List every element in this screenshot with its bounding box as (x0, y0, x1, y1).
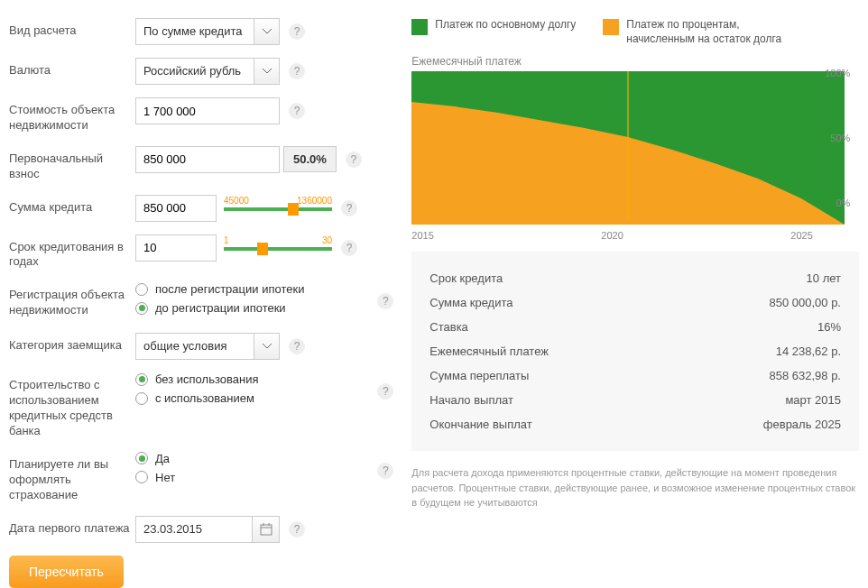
chart-title: Ежемесячный платеж (411, 55, 859, 68)
result-amount-label: Сумма кредита (429, 296, 512, 309)
result-rate-label: Ставка (429, 320, 468, 334)
legend-interest: Платеж по процентам, начисленным на оста… (626, 18, 807, 46)
insurance-no-radio[interactable]: Нет (135, 471, 368, 484)
slider-handle[interactable] (288, 203, 299, 216)
chart-legend: Платеж по основному долгу Платеж по проц… (411, 18, 859, 46)
footnote-text: Для расчета дохода применяются процентны… (411, 465, 859, 510)
svg-rect-6 (623, 218, 633, 225)
help-icon[interactable]: ? (341, 240, 357, 256)
term-slider[interactable] (224, 247, 332, 251)
result-rate-value: 16% (817, 320, 841, 334)
help-icon[interactable]: ? (377, 293, 393, 309)
result-overpay-value: 858 632,98 р. (769, 369, 841, 382)
registration-after-radio[interactable]: после регистрации ипотеки (135, 282, 368, 296)
currency-label: Валюта (9, 58, 135, 78)
calc-type-select[interactable]: По сумме кредита (135, 18, 280, 45)
registration-before-radio[interactable]: до регистрации ипотеки (135, 301, 368, 315)
payment-chart: 100% 50% 0% 2015 2020 2025 (411, 71, 845, 225)
chevron-down-icon (254, 59, 279, 84)
result-end-value: февраль 2025 (763, 418, 841, 431)
loan-amount-input[interactable] (135, 195, 217, 222)
legend-principal: Платеж по основному долгу (435, 18, 576, 32)
result-monthly-label: Ежемесячный платеж (429, 345, 549, 358)
insurance-label: Планируете ли вы оформлять страхование (9, 452, 135, 503)
result-overpay-label: Сумма переплаты (429, 369, 529, 382)
first-payment-date-label: Дата первого платежа (9, 516, 135, 537)
down-payment-pct: 50.0% (283, 146, 337, 172)
property-cost-label: Стоимость объекта недвижимости (9, 97, 135, 133)
chevron-down-icon (254, 19, 279, 44)
svg-rect-0 (261, 525, 272, 535)
first-payment-date-input[interactable]: 23.03.2015 (135, 516, 280, 543)
help-icon[interactable]: ? (346, 152, 362, 168)
calc-type-label: Вид расчета (9, 18, 135, 39)
down-payment-input[interactable] (135, 146, 280, 173)
help-icon[interactable]: ? (289, 63, 305, 79)
result-term-label: Срок кредита (429, 271, 503, 285)
help-icon[interactable]: ? (289, 521, 305, 537)
property-cost-input[interactable] (135, 97, 280, 124)
term-input[interactable] (135, 234, 217, 262)
registration-label: Регистрация объекта недвижимости (9, 282, 135, 318)
result-amount-value: 850 000,00 р. (769, 296, 841, 309)
help-icon[interactable]: ? (377, 463, 393, 479)
down-payment-label: Первоначальный взнос (9, 146, 135, 182)
result-start-value: март 2015 (785, 393, 841, 407)
construction-with-radio[interactable]: с использованием (135, 391, 368, 405)
results-panel: Срок кредита10 лет Сумма кредита850 000,… (411, 252, 859, 451)
chevron-down-icon (254, 334, 279, 359)
slider-handle[interactable] (257, 243, 268, 255)
help-icon[interactable]: ? (289, 103, 305, 119)
category-select[interactable]: общие условия (135, 333, 280, 360)
construction-without-radio[interactable]: без использования (135, 372, 368, 386)
result-end-label: Окончание выплат (429, 418, 531, 431)
insurance-yes-radio[interactable]: Да (135, 452, 368, 465)
loan-amount-slider[interactable] (224, 207, 332, 211)
help-icon[interactable]: ? (289, 338, 305, 354)
help-icon[interactable]: ? (377, 383, 393, 400)
term-label: Срок кредитования в годах (9, 234, 135, 271)
loan-form: Вид расчета По сумме кредита ? Валюта Ро… (9, 18, 393, 588)
category-label: Категория заемщика (9, 333, 135, 354)
legend-swatch-principal (411, 19, 428, 35)
recalculate-button[interactable]: Пересчитать (9, 556, 124, 588)
legend-swatch-interest (603, 19, 619, 35)
construction-label: Строительство с использованием кредитных… (9, 372, 135, 439)
result-monthly-value: 14 238,62 р. (776, 345, 841, 358)
loan-amount-label: Сумма кредита (9, 195, 135, 216)
currency-select[interactable]: Российский рубль (135, 58, 280, 85)
help-icon[interactable]: ? (289, 23, 305, 40)
result-start-label: Начало выплат (429, 393, 513, 407)
calendar-icon[interactable] (252, 517, 279, 542)
help-icon[interactable]: ? (341, 200, 357, 216)
result-term-value: 10 лет (807, 271, 841, 285)
